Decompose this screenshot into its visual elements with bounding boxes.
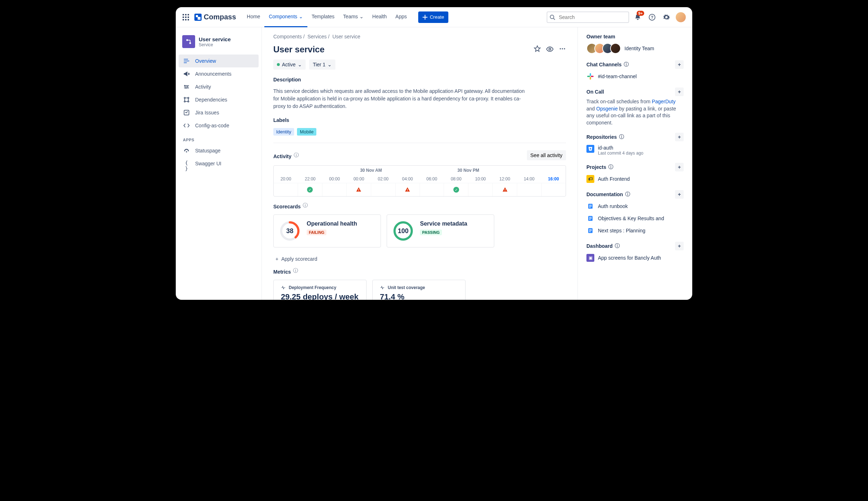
slack-icon xyxy=(586,72,594,80)
search-input[interactable] xyxy=(547,11,629,23)
timeline-hour: 04:00 xyxy=(395,175,420,183)
info-icon[interactable]: ⓘ xyxy=(615,243,620,249)
sidebar-app-statuspage[interactable]: Statuspage xyxy=(179,144,259,157)
metric-card[interactable]: Unit test coverage 71.4 % xyxy=(372,280,466,300)
repo-link[interactable]: id-auth xyxy=(598,145,643,151)
nav-home[interactable]: Home xyxy=(242,7,264,27)
chat-channel-link[interactable]: #id-team-channel xyxy=(598,74,637,79)
score-value: 38 xyxy=(279,221,300,241)
info-icon[interactable]: ⓘ xyxy=(625,191,630,198)
svg-point-10 xyxy=(184,101,185,102)
nav-apps[interactable]: Apps xyxy=(391,7,411,27)
timeline-cell xyxy=(468,183,492,196)
svg-rect-30 xyxy=(590,77,591,80)
crumb-components[interactable]: Components xyxy=(273,34,302,39)
label-mobile[interactable]: Mobile xyxy=(297,128,316,136)
brand[interactable]: Compass xyxy=(194,13,236,21)
dependencies-icon xyxy=(183,96,190,103)
info-icon[interactable]: ⓘ xyxy=(608,164,613,170)
status-dot-icon xyxy=(277,63,280,66)
crumb-user-service[interactable]: User service xyxy=(332,34,360,39)
add-chat-button[interactable]: + xyxy=(675,60,684,69)
timeline-hour: 10:00 xyxy=(468,175,493,183)
nav-health[interactable]: Health xyxy=(368,7,391,27)
notifications-button[interactable]: 9+ xyxy=(632,11,643,23)
metric-card[interactable]: Deployment Frequency 29.25 deploys / wee… xyxy=(273,280,367,300)
project-link[interactable]: Auth Frontend xyxy=(598,176,630,182)
timeline-cell xyxy=(517,183,541,196)
sidebar-title: User service xyxy=(199,36,231,42)
svg-rect-33 xyxy=(589,205,592,206)
nav-templates[interactable]: Templates xyxy=(307,7,339,27)
timeline-cell xyxy=(492,183,517,196)
more-icon xyxy=(559,45,566,52)
crumb-services[interactable]: Services xyxy=(307,34,327,39)
label-identity[interactable]: Identity xyxy=(273,128,294,136)
team-avatars[interactable] xyxy=(586,43,621,54)
nav-components[interactable]: Components⌄ xyxy=(264,7,307,27)
scorecard-name: Operational health xyxy=(307,221,357,227)
sidebar-item-dependencies[interactable]: Dependencies xyxy=(179,93,259,106)
tier-chip[interactable]: Tier 1 ⌄ xyxy=(309,60,335,70)
plus-icon xyxy=(423,15,428,20)
metrics-label: Metrics xyxy=(273,269,291,275)
sidebar-item-overview[interactable]: Overview xyxy=(179,55,259,67)
info-icon[interactable]: ⓘ xyxy=(294,152,299,159)
svg-point-11 xyxy=(188,101,189,102)
info-icon[interactable]: ⓘ xyxy=(624,61,629,68)
sidebar-item-announcements[interactable]: Announcements xyxy=(179,67,259,80)
labels-label: Labels xyxy=(273,117,566,123)
sidebar-app-swagger[interactable]: { } Swagger UI xyxy=(179,157,259,170)
svg-rect-41 xyxy=(589,230,592,230)
more-button[interactable] xyxy=(559,45,566,54)
svg-rect-39 xyxy=(589,219,591,220)
svg-point-14 xyxy=(549,48,551,50)
opsgenie-link[interactable]: Opsgenie xyxy=(596,106,618,112)
add-dashboard-button[interactable]: + xyxy=(675,242,684,250)
svg-rect-37 xyxy=(589,217,592,218)
scorecard[interactable]: 38 Operational health FAILING xyxy=(273,214,381,247)
warning-icon xyxy=(502,187,508,193)
star-button[interactable] xyxy=(534,45,541,54)
svg-rect-42 xyxy=(589,231,592,231)
create-button[interactable]: Create xyxy=(418,11,448,23)
doc-link[interactable]: Auth runbook xyxy=(598,203,628,209)
profile-button[interactable] xyxy=(675,11,687,23)
chevron-down-icon: ⌄ xyxy=(298,62,302,67)
status-chip[interactable]: Active ⌄ xyxy=(273,60,306,70)
app-switcher-icon[interactable] xyxy=(181,13,190,22)
pagerduty-link[interactable]: PagerDuty xyxy=(652,99,675,104)
nav-teams[interactable]: Teams⌄ xyxy=(339,7,368,27)
page-title: User service xyxy=(273,44,325,55)
add-doc-button[interactable]: + xyxy=(675,190,684,199)
add-repo-button[interactable]: + xyxy=(675,133,684,141)
svg-point-9 xyxy=(188,97,189,98)
sidebar-item-jira[interactable]: Jira Issues xyxy=(179,106,259,119)
settings-button[interactable] xyxy=(661,11,672,23)
add-oncall-button[interactable]: + xyxy=(675,88,684,96)
sidebar-item-config-as-code[interactable]: Config-as-code xyxy=(179,119,259,132)
apply-scorecard-button[interactable]: + Apply scorecard xyxy=(273,252,566,262)
add-project-button[interactable]: + xyxy=(675,163,684,171)
dashboard-link[interactable]: App screens for Bancly Auth xyxy=(598,255,661,261)
timeline-cell xyxy=(371,183,395,196)
watch-button[interactable] xyxy=(546,45,554,54)
doc-link[interactable]: Next steps : Planning xyxy=(598,228,645,233)
doc-link[interactable]: Objectives & Key Results and xyxy=(598,216,664,221)
sidebar-item-activity[interactable]: Activity xyxy=(179,80,259,93)
description-label: Description xyxy=(273,77,566,82)
info-icon[interactable]: ⓘ xyxy=(619,134,624,140)
help-button[interactable]: ? xyxy=(646,11,658,23)
svg-point-16 xyxy=(562,48,563,49)
help-icon: ? xyxy=(648,14,656,21)
scorecard[interactable]: 100 Service metadata PASSING xyxy=(387,214,494,247)
info-icon[interactable]: ⓘ xyxy=(303,202,308,209)
repositories-label: Repositories xyxy=(586,134,617,140)
see-all-activity-button[interactable]: See all activity xyxy=(527,150,566,160)
brand-name: Compass xyxy=(204,13,236,21)
owner-team-name[interactable]: Identity Team xyxy=(624,46,654,51)
documentation-label: Documentation xyxy=(586,192,623,197)
info-icon[interactable]: ⓘ xyxy=(293,268,298,274)
swagger-icon: { } xyxy=(183,160,190,167)
score-ring: 38 xyxy=(279,221,300,241)
